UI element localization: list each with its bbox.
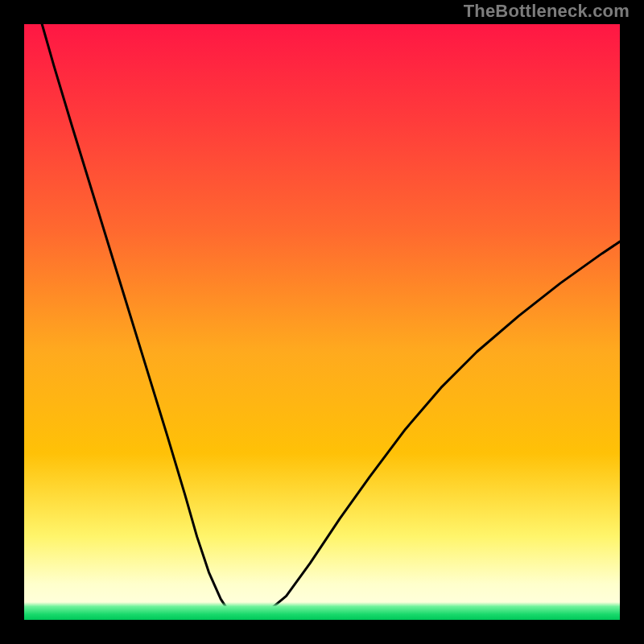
chart-frame: TheBottleneck.com bbox=[0, 0, 644, 644]
marker-dot bbox=[239, 613, 250, 621]
watermark-text: TheBottleneck.com bbox=[464, 1, 630, 22]
gradient-background bbox=[24, 24, 620, 620]
plot-area bbox=[24, 24, 620, 620]
plot-svg bbox=[24, 24, 620, 620]
